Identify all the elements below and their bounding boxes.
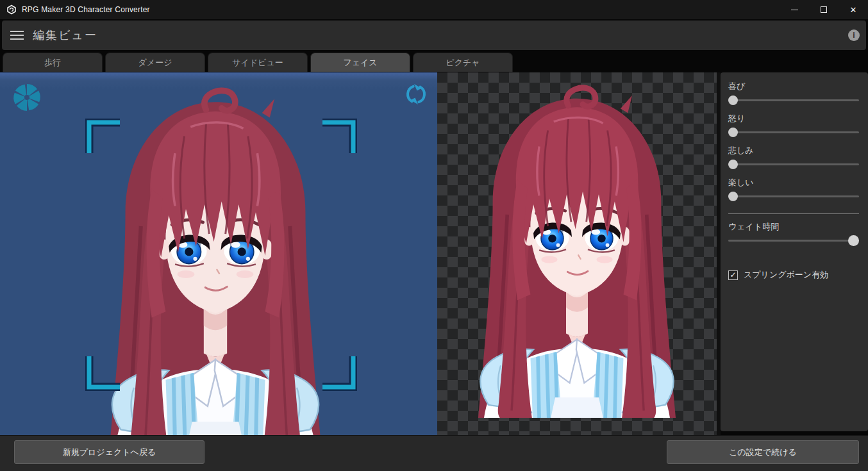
maximize-icon [821, 6, 827, 13]
tab-sideview[interactable]: サイドビュー [208, 53, 308, 72]
checkmark-icon: ✓ [730, 270, 736, 279]
camera-aperture-icon[interactable] [12, 83, 42, 112]
slider-track[interactable] [728, 131, 859, 133]
close-icon: ✕ [850, 6, 857, 14]
slider-sadness[interactable] [728, 160, 859, 169]
rotate-reset-icon[interactable] [404, 82, 428, 106]
slider-anger[interactable] [728, 128, 859, 137]
app-icon [6, 4, 17, 15]
info-button[interactable]: i [848, 29, 860, 41]
slider-label-fun: 楽しい [728, 178, 859, 188]
hamburger-menu-button[interactable] [2, 21, 31, 50]
page-title: 編集ビュー [33, 28, 97, 43]
window-title: RPG Maker 3D Character Converter [22, 5, 150, 14]
frame-bracket-top-right [321, 119, 357, 155]
slider-label-anger: 怒り [728, 113, 859, 124]
hamburger-icon [10, 31, 24, 32]
minimize-icon [791, 10, 798, 10]
maximize-button[interactable] [809, 0, 839, 19]
window-controls: ✕ [780, 0, 868, 19]
slider-wait-time[interactable] [728, 236, 859, 245]
sidebar-divider [728, 213, 859, 214]
slider-track[interactable] [728, 240, 859, 242]
expression-sidebar: 喜び 怒り 悲しみ 楽しい [721, 72, 868, 431]
tab-picture[interactable]: ピクチャ [413, 53, 513, 72]
character-preview-transparent [446, 84, 708, 418]
header-bar: 編集ビュー i [2, 21, 866, 50]
action-bar: 新規プロジェクトへ戻る この設定で続ける [0, 435, 868, 471]
window-titlebar: RPG Maker 3D Character Converter ✕ [0, 0, 868, 19]
tab-damage[interactable]: ダメージ [105, 53, 205, 72]
main-area: 喜び 怒り 悲しみ 楽しい [0, 72, 868, 435]
slider-label-sadness: 悲しみ [728, 145, 859, 156]
slider-track[interactable] [728, 163, 859, 165]
continue-with-settings-button[interactable]: この設定で続ける [667, 440, 859, 464]
slider-label-wait-time: ウェイト時間 [728, 222, 859, 232]
tab-face[interactable]: フェイス [310, 53, 410, 72]
slider-fun[interactable] [728, 192, 859, 201]
slider-track[interactable] [728, 99, 859, 101]
slider-track[interactable] [728, 195, 859, 197]
transparency-preview-panel [437, 72, 717, 435]
slider-label-joy: 喜び [728, 81, 859, 92]
info-icon: i [853, 31, 855, 40]
spring-bone-checkbox-row[interactable]: ✓ スプリングボーン有効 [728, 269, 859, 281]
spring-bone-label: スプリングボーン有効 [744, 269, 828, 281]
slider-joy[interactable] [728, 95, 859, 105]
frame-bracket-bottom-right [321, 354, 357, 391]
spring-bone-checkbox[interactable]: ✓ [728, 270, 738, 280]
back-to-new-project-button[interactable]: 新規プロジェクトへ戻る [14, 440, 204, 464]
tab-walk[interactable]: 歩行 [3, 53, 103, 72]
view-tabs: 歩行 ダメージ サイドビュー フェイス ピクチャ [3, 53, 513, 72]
frame-bracket-bottom-left [85, 354, 122, 391]
slider-thumb[interactable] [728, 160, 738, 169]
slider-thumb[interactable] [728, 128, 738, 137]
slider-thumb[interactable] [728, 95, 738, 105]
slider-thumb[interactable] [848, 235, 859, 246]
slider-thumb[interactable] [728, 192, 738, 201]
camera-viewport[interactable] [0, 72, 437, 435]
minimize-button[interactable] [780, 0, 809, 19]
frame-bracket-top-left [85, 119, 122, 155]
close-button[interactable]: ✕ [839, 0, 868, 19]
